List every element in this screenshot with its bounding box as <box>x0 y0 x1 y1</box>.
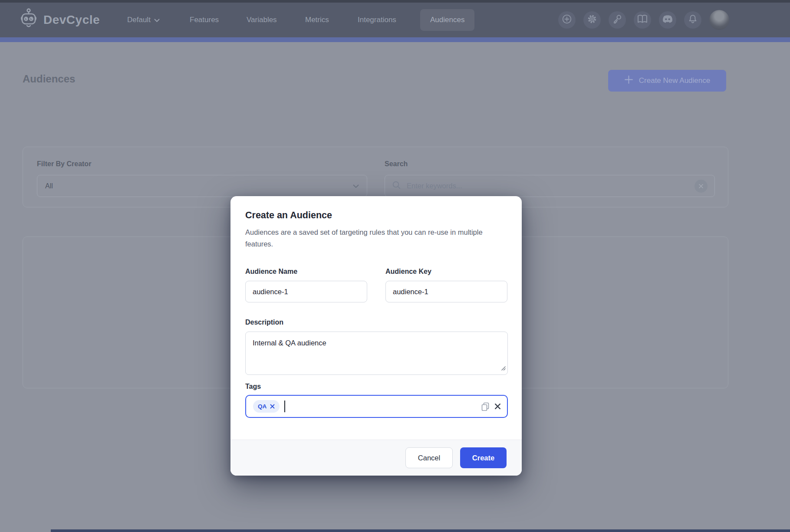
discord-icon <box>662 15 673 25</box>
bottom-window-edge <box>51 529 790 532</box>
nav-item-features[interactable]: Features <box>190 16 219 24</box>
remove-tag-icon[interactable] <box>270 404 275 409</box>
notifications-button[interactable] <box>684 11 701 29</box>
cancel-button[interactable]: Cancel <box>405 447 453 468</box>
audience-key-input[interactable] <box>385 281 507 302</box>
nav-item-variables[interactable]: Variables <box>247 16 277 24</box>
filter-by-creator-label: Filter By Creator <box>37 160 91 168</box>
page-title: Audiences <box>23 73 75 85</box>
navbar-icon-group <box>558 10 729 30</box>
add-button[interactable] <box>558 11 576 29</box>
user-avatar[interactable] <box>709 10 729 30</box>
clear-tags-icon[interactable] <box>494 403 501 410</box>
plus-icon <box>624 75 633 86</box>
description-textarea[interactable]: Internal & QA audience <box>245 332 508 375</box>
search-field <box>385 175 715 197</box>
book-icon <box>637 14 648 26</box>
description-label: Description <box>245 319 283 326</box>
text-cursor <box>284 401 285 412</box>
creator-filter-select[interactable]: All <box>37 175 367 197</box>
top-navbar: DevCycle Default Features Variables Metr… <box>0 3 790 37</box>
nav-item-integrations[interactable]: Integrations <box>358 16 396 24</box>
tags-input[interactable]: QA <box>245 395 508 418</box>
nav-item-metrics[interactable]: Metrics <box>305 16 329 24</box>
settings-button[interactable] <box>583 11 601 29</box>
copy-icon[interactable] <box>481 402 490 411</box>
gear-icon <box>587 14 597 26</box>
devcycle-robot-icon <box>19 8 38 32</box>
audience-key-label: Audience Key <box>385 268 431 276</box>
plus-circle-icon <box>562 14 572 26</box>
search-label: Search <box>385 160 408 168</box>
create-button[interactable]: Create <box>460 447 507 468</box>
bell-icon <box>688 14 698 26</box>
api-keys-button[interactable] <box>609 11 626 29</box>
modal-title: Create an Audience <box>245 210 332 221</box>
key-icon <box>612 14 622 26</box>
docs-button[interactable] <box>634 11 651 29</box>
chevron-down-icon <box>353 182 359 190</box>
audience-name-label: Audience Name <box>245 268 297 276</box>
modal-description: Audiences are a saved set of targeting r… <box>245 227 511 250</box>
brand-name: DevCycle <box>43 13 100 27</box>
create-audience-modal: Create an Audience Audiences are a saved… <box>230 196 522 476</box>
tag-chip-qa: QA <box>253 400 280 413</box>
nav-item-audiences-active[interactable]: Audiences <box>420 9 474 31</box>
navbar-accent-strip <box>0 37 790 42</box>
tags-label: Tags <box>245 383 261 391</box>
search-input[interactable] <box>407 182 689 190</box>
search-icon <box>392 181 401 191</box>
tags-actions <box>481 402 501 411</box>
nav-project-switcher-default[interactable]: Default <box>127 16 160 24</box>
discord-button[interactable] <box>659 11 676 29</box>
brand-logo[interactable]: DevCycle <box>19 8 100 32</box>
search-clear-button[interactable] <box>695 180 708 193</box>
audience-name-input[interactable] <box>245 281 367 302</box>
chevron-down-icon <box>154 16 160 24</box>
modal-footer: Cancel Create <box>230 440 522 476</box>
create-new-audience-button[interactable]: Create New Audience <box>608 70 726 92</box>
description-field: Internal & QA audience <box>245 332 508 375</box>
